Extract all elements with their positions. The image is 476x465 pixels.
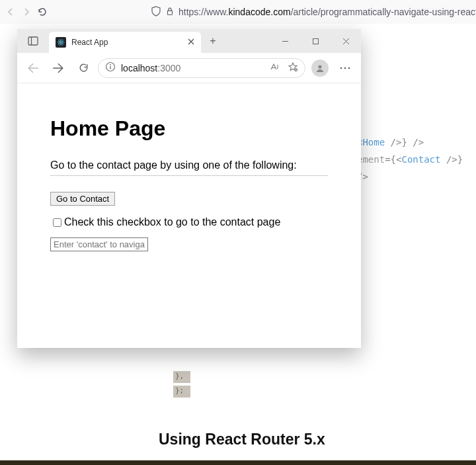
favorites-icon[interactable] xyxy=(288,62,298,74)
svg-rect-8 xyxy=(313,38,318,44)
tab-title: React App xyxy=(71,38,108,47)
forward-button[interactable] xyxy=(21,3,32,21)
svg-rect-0 xyxy=(168,11,173,15)
url-text: https://www.kindacode.com/article/progra… xyxy=(178,7,476,17)
navigate-checkbox[interactable] xyxy=(53,218,61,227)
intro-text: Go to the contact page by using one of t… xyxy=(50,159,328,171)
bottom-bar xyxy=(0,460,476,465)
code-gutter: }, }; xyxy=(173,371,190,398)
profile-button[interactable] xyxy=(309,58,331,79)
close-window-button[interactable] xyxy=(331,29,361,53)
svg-point-13 xyxy=(318,65,321,68)
svg-point-16 xyxy=(348,67,350,69)
back-button[interactable] xyxy=(5,3,16,21)
page-content: Home Page Go to the contact page by usin… xyxy=(17,83,361,348)
page-title: Home Page xyxy=(50,116,328,141)
svg-point-15 xyxy=(344,67,346,69)
section-heading: Using React Router 5.x xyxy=(159,431,325,448)
reload-button[interactable] xyxy=(73,58,94,79)
code-fragment: <Home />} /> xyxy=(357,134,476,151)
react-icon xyxy=(56,37,66,48)
go-to-contact-button[interactable]: Go to Contact xyxy=(50,192,115,206)
url-text: localhost:3000 xyxy=(121,63,180,73)
navigate-input[interactable] xyxy=(50,237,148,251)
reload-button[interactable] xyxy=(37,3,48,21)
lock-icon xyxy=(165,7,175,18)
popup-window: React App + localhost:3000 xyxy=(17,29,361,348)
window-titlebar: React App + xyxy=(17,29,361,53)
svg-point-3 xyxy=(60,42,61,43)
browser-toolbar: localhost:3000 xyxy=(17,53,361,83)
forward-button[interactable] xyxy=(48,58,69,79)
code-fragment: ement={<Contact />} /> xyxy=(357,151,476,185)
menu-button[interactable] xyxy=(335,58,356,79)
back-button[interactable] xyxy=(22,58,44,79)
svg-point-10 xyxy=(110,64,111,65)
window-controls xyxy=(270,29,361,53)
browser-tab[interactable]: React App xyxy=(49,32,201,53)
close-tab-button[interactable] xyxy=(188,38,194,47)
maximize-button[interactable] xyxy=(300,29,331,53)
minimize-button[interactable] xyxy=(270,29,300,53)
address-bar[interactable]: localhost:3000 xyxy=(98,58,305,78)
outer-browser-toolbar: https://www.kindacode.com/article/progra… xyxy=(0,0,476,24)
checkbox-label: Check this checkbox to go to the contact… xyxy=(64,216,280,228)
shield-icon xyxy=(58,6,161,19)
divider xyxy=(50,175,328,176)
address-bar[interactable]: https://www.kindacode.com/article/progra… xyxy=(53,6,476,19)
info-icon xyxy=(105,62,116,74)
svg-point-14 xyxy=(340,67,342,69)
read-aloud-icon[interactable] xyxy=(269,62,280,74)
new-tab-button[interactable]: + xyxy=(201,29,225,53)
tab-actions-button[interactable] xyxy=(17,29,49,53)
svg-rect-1 xyxy=(28,37,38,45)
